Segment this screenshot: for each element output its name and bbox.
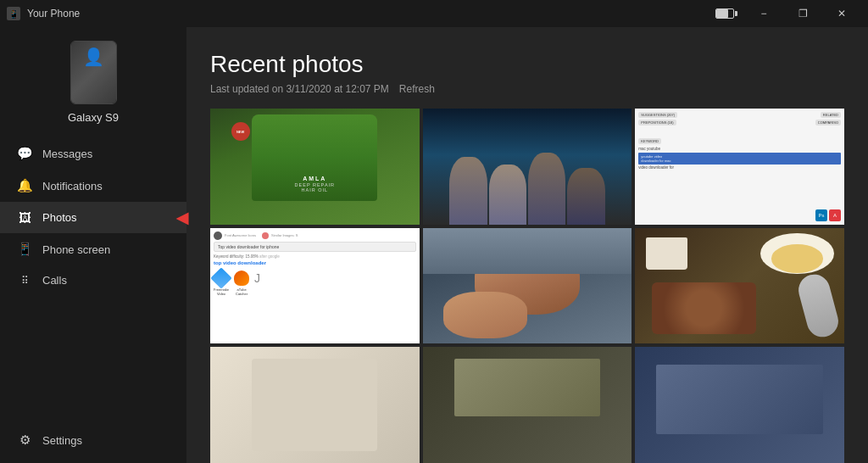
photo-cell-2[interactable] [423,109,632,225]
wall-bg [423,228,632,275]
notifications-icon: 🔔 [17,178,32,193]
settings-icon: ⚙ [17,432,32,448]
sidebar-item-label: Calls [42,274,67,287]
font-awesome-label: Font Awesome Icons [225,233,256,237]
browser-dots [214,232,222,240]
app-title: Your Phone [27,8,80,20]
photo-4-header: Font Awesome Icons Similar Images: S [214,232,416,240]
phone-profile: 👤 Galaxy S9 [0,27,186,137]
food-plate-1 [760,233,833,274]
similar-icon [262,232,269,239]
photo-cell-9[interactable] [635,347,844,463]
sidebar-item-label: Phone screen [42,243,110,256]
sidebar-item-notifications[interactable]: 🔔 Notifications [0,170,186,202]
keyword-difficulty: Keyword difficulty: 15.08% after google [214,254,416,259]
phone-thumbnail: 👤 [70,41,117,104]
battery-icon [715,8,734,19]
bottle: AMLA DEEP REPAIRHAIR OIL [252,114,377,201]
photo-cell-6[interactable] [635,228,844,344]
photos-grid: AMLA DEEP REPAIRHAIR OIL NEW S [186,105,868,463]
titlebar-left: 📱 Your Phone [7,7,80,20]
partial-8-content [454,359,601,416]
sidebar-item-photos[interactable]: 🖼 Photos ◀ [0,202,186,233]
sidebar-item-messages[interactable]: 💬 Messages [0,137,186,170]
nav-items: 💬 Messages 🔔 Notifications 🖼 Photos ◀ 📱 … [0,137,186,417]
minimize-button[interactable]: − [744,0,783,27]
freemake-icon-item: FreemakeVideo [214,271,229,296]
person-3 [528,153,565,224]
bottle-sticker: NEW [231,122,250,141]
people-row [423,149,632,225]
close-button[interactable]: ✕ [822,0,861,27]
photo-cell-7[interactable] [210,347,420,463]
ai-icon: A [829,209,841,221]
result-1: youtube videodownloader for mac [638,153,841,165]
atube-icon-item: aTubeCatcher [234,271,249,296]
ps-icon: Ps [815,209,827,221]
person-1 [449,157,487,225]
sidebar-settings-label: Settings [42,434,82,447]
partial-9-content [656,365,823,434]
sidebar-item-calls[interactable]: ⠿ Calls [0,265,186,295]
suggestions-box: SUGGESTIONS (207) [638,112,677,118]
atube-label: aTubeCatcher [236,287,248,296]
app-icons: FreemakeVideo aTubeCatcher J [214,271,416,296]
keyword-value: mac youtube [638,147,841,151]
app-icon: 📱 [7,7,20,20]
keyword-section: KEYWORD mac youtube youtube videodownloa… [638,131,841,170]
last-updated-text: Last updated on 3/11/2020 at 12:07 PM [210,83,389,95]
photo-3-sub: PREPOSITIONS (18) COMPARISO [638,120,841,126]
more-indicator: J [254,271,260,296]
result-2: video downloader for [638,165,841,170]
photos-icon: 🖼 [17,210,32,225]
page-title: Recent photos [210,51,844,78]
comparison-box: COMPARISO [815,120,841,126]
sidebar-item-label: Photos [42,211,76,224]
calls-icon: ⠿ [17,275,32,287]
person-4 [567,168,604,225]
selfie-child [443,292,527,338]
refresh-link[interactable]: Refresh [399,83,435,95]
bottle-sublabel: DEEP REPAIRHAIR OIL [295,182,335,192]
related-box: RELATED [821,112,841,118]
sidebar-bottom: ⚙ Settings [0,417,186,456]
sidebar: 👤 Galaxy S9 💬 Messages 🔔 Notifications 🖼… [0,27,186,463]
diamond-icon [210,267,231,288]
phone-screen-icon: 📱 [17,242,32,257]
similar-label: Similar Images: S [271,233,298,237]
update-info: Last updated on 3/11/2020 at 12:07 PM Re… [210,83,844,95]
photo-cell-5[interactable] [423,228,632,344]
red-arrow-indicator: ◀ [176,209,188,227]
messages-icon: 💬 [17,146,32,161]
sidebar-item-phone-screen[interactable]: 📱 Phone screen [0,233,186,265]
photo-cell-1[interactable]: AMLA DEEP REPAIRHAIR OIL NEW [210,109,420,225]
restore-button[interactable]: ❐ [783,0,822,27]
bottle-label: AMLA [303,175,326,183]
food-cup [646,237,687,270]
prepositions-box: PREPOSITIONS (18) [638,120,676,126]
photo-cell-3[interactable]: SUGGESTIONS (207) RELATED PREPOSITIONS (… [635,109,844,225]
titlebar: 📱 Your Phone − ❐ ✕ [0,0,868,27]
content-header: Recent photos Last updated on 3/11/2020 … [186,27,868,105]
sidebar-item-label: Messages [42,148,92,160]
battery-container [715,8,734,19]
food-on-plate [771,244,822,272]
app-icons-row: Ps A [815,209,841,221]
keyword-label: KEYWORD [638,138,661,144]
app-body: 👤 Galaxy S9 💬 Messages 🔔 Notifications 🖼… [0,27,868,463]
phone-name: Galaxy S9 [68,111,119,124]
search-bar: Top video downloader for iphone [214,242,416,252]
sidebar-item-settings[interactable]: ⚙ Settings [0,424,186,456]
photo-cell-4[interactable]: Font Awesome Icons Similar Images: S Top… [210,228,420,344]
food-items [652,282,756,335]
photo-cell-8[interactable] [423,347,632,463]
fist-icon [234,271,249,286]
sidebar-item-label: Notifications [42,180,103,192]
phone-thumb-image: 👤 [71,42,116,103]
food-spoons [795,271,842,341]
partial-7-content [252,359,377,451]
result-title: top video downloader [214,260,416,265]
photo-3-header: SUGGESTIONS (207) RELATED [638,112,841,118]
main-content: Recent photos Last updated on 3/11/2020 … [186,27,868,463]
titlebar-controls: − ❐ ✕ [715,0,861,27]
